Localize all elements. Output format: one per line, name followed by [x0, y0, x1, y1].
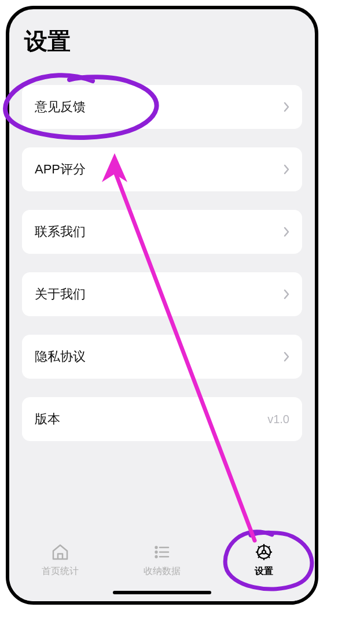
tab-label: 首页统计	[42, 565, 79, 578]
version-value: v1.0	[267, 413, 289, 426]
list-item-privacy[interactable]: 隐私协议	[22, 335, 302, 379]
chevron-right-icon	[284, 227, 289, 237]
chevron-right-icon	[284, 289, 289, 299]
chevron-right-icon	[284, 164, 289, 175]
list-item-about[interactable]: 关于我们	[22, 272, 302, 316]
list-item-label: 隐私协议	[35, 348, 86, 365]
phone-frame: 设置 意见反馈 APP评分 联系我们 关于我们 隐私协议	[6, 6, 318, 605]
home-icon	[50, 542, 70, 562]
svg-point-0	[156, 547, 157, 549]
list-item-label: 联系我们	[35, 223, 86, 240]
list-item-contact[interactable]: 联系我们	[22, 210, 302, 254]
list-item-rating[interactable]: APP评分	[22, 147, 302, 191]
svg-line-18	[258, 557, 259, 558]
list-icon	[152, 542, 172, 562]
list-item-version[interactable]: 版本 v1.0	[22, 397, 302, 441]
svg-point-7	[262, 550, 266, 554]
svg-line-15	[258, 546, 259, 547]
svg-line-9	[266, 553, 269, 556]
page-title: 设置	[22, 25, 302, 57]
svg-point-2	[156, 552, 157, 553]
tab-label: 设置	[255, 565, 273, 578]
svg-line-17	[269, 546, 270, 547]
chevron-right-icon	[284, 102, 289, 112]
home-indicator[interactable]	[113, 591, 211, 594]
svg-line-16	[269, 557, 270, 558]
list-item-feedback[interactable]: 意见反馈	[22, 85, 302, 129]
chevron-right-icon	[284, 351, 289, 362]
list-item-label: 意见反馈	[35, 98, 86, 116]
list-item-label: 版本	[35, 410, 60, 428]
tab-data[interactable]: 收纳数据	[127, 542, 197, 578]
svg-line-10	[259, 553, 262, 556]
settings-screen: 设置 意见反馈 APP评分 联系我们 关于我们 隐私协议	[9, 9, 315, 601]
list-item-label: APP评分	[35, 161, 86, 178]
list-item-label: 关于我们	[35, 286, 86, 303]
tab-settings[interactable]: 设置	[229, 542, 299, 578]
svg-point-4	[156, 556, 157, 558]
gear-icon	[254, 542, 274, 562]
tab-label: 收纳数据	[144, 565, 181, 578]
tab-home[interactable]: 首页统计	[25, 542, 95, 578]
settings-list: 意见反馈 APP评分 联系我们 关于我们 隐私协议 版本 v1.	[22, 85, 302, 601]
